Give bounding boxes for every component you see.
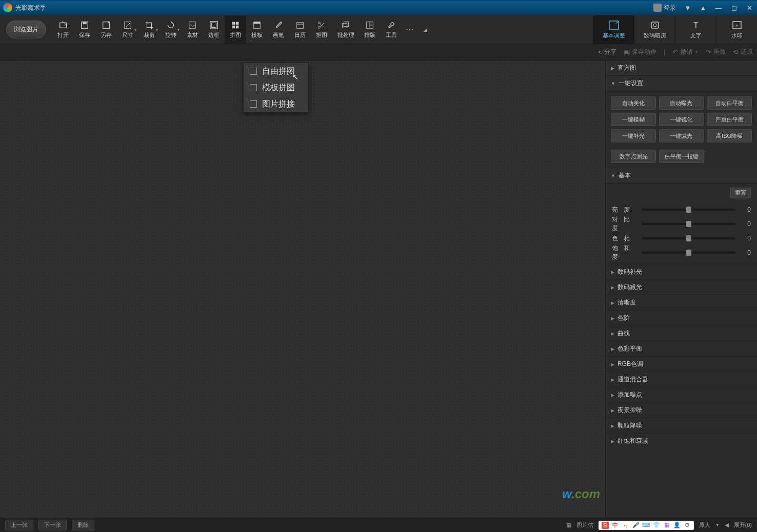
slider-thumb-2[interactable]	[686, 235, 691, 241]
tool-calendar[interactable]: 日历	[289, 15, 311, 44]
tool-crop[interactable]: 裁剪▼	[138, 15, 160, 44]
rtab-0[interactable]: 基本调整	[593, 15, 634, 44]
slider-row-0: 亮 度0	[612, 202, 751, 217]
slider-track-2[interactable]	[642, 237, 735, 239]
preset-7[interactable]: 一键减光	[659, 129, 704, 142]
preset-1[interactable]: 自动曝光	[659, 96, 704, 110]
rtab-3[interactable]: +水印	[716, 15, 757, 44]
tool-material[interactable]: 素材	[182, 15, 203, 44]
collapse-1[interactable]: ▶数码减光	[606, 279, 757, 295]
ime-keyboard-icon: ⌨	[643, 522, 650, 529]
slider-thumb-0[interactable]	[686, 207, 691, 213]
ime-grid-icon: ▦	[663, 522, 670, 529]
login-button[interactable]: 登录	[649, 4, 680, 12]
titlebar-down-button[interactable]: ▼	[680, 0, 695, 15]
tool-size[interactable]: 尺寸▼	[117, 15, 138, 44]
image-info-label[interactable]: 图片信	[576, 521, 593, 529]
close-button[interactable]: ✕	[742, 0, 757, 15]
tool-save[interactable]: 保存	[74, 15, 95, 44]
slider-track-3[interactable]	[642, 252, 735, 254]
collapse-5[interactable]: ▶色彩平衡	[606, 341, 757, 356]
preset-2[interactable]: 自动白平衡	[707, 96, 752, 110]
zoom-dropdown-icon[interactable]: ▼	[715, 523, 720, 527]
collapse-0[interactable]: ▶数码补光	[606, 264, 757, 279]
collapse-9[interactable]: ▶夜景抑噪	[606, 402, 757, 418]
preset-0[interactable]: 自动美化	[611, 96, 656, 110]
status-bar: 上一张 下一张 删除 ▦ 图片信 S 中 •, 🎤 ⌨ 👕 ▦ 👤 ⚙ 原大 ▼…	[0, 518, 757, 532]
collapse-4[interactable]: ▶曲线	[606, 325, 757, 341]
collapse-11[interactable]: ▶红饱和衰减	[606, 433, 757, 448]
tool-open[interactable]: 打开	[52, 15, 74, 44]
collapse-10[interactable]: ▶颗粒降噪	[606, 418, 757, 433]
caret-down-icon: ▼	[611, 173, 615, 178]
slider-val-2: 0	[740, 235, 751, 242]
next-image-button[interactable]: 下一张	[38, 520, 67, 530]
slider-row-2: 色 相0	[612, 231, 751, 245]
collapse-3[interactable]: ▶色阶	[606, 310, 757, 325]
save-action-button[interactable]: ▣保存动作	[624, 48, 656, 56]
dropdown-item-splice[interactable]: 图片拼接	[244, 96, 308, 112]
restore-button[interactable]: ⟲还原	[733, 48, 753, 56]
tool-batch[interactable]: 批处理	[332, 15, 359, 44]
tool-brush[interactable]: 画笔	[268, 15, 289, 44]
caret-right-icon: ▶	[611, 346, 614, 352]
dropdown-item-template[interactable]: 模板拼图	[244, 79, 308, 96]
expand-label[interactable]: 展开(0)	[734, 521, 752, 529]
caret-right-icon: ▶	[611, 423, 614, 428]
rtab-icon-0	[608, 20, 620, 30]
collapse-7[interactable]: ▶通道混合器	[606, 372, 757, 387]
slider-row-3: 饱 和 度0	[612, 245, 751, 260]
preset-5[interactable]: 严重白平衡	[707, 113, 752, 126]
reset-button[interactable]: 重置	[730, 188, 751, 198]
slider-thumb-1[interactable]	[686, 221, 691, 227]
tool-tools[interactable]: 工具	[381, 15, 402, 44]
tool-cutout[interactable]: 抠图	[311, 15, 332, 44]
tool-frame[interactable]: 边框	[203, 15, 225, 44]
collapse-8[interactable]: ▶添加噪点	[606, 387, 757, 402]
collapse-2[interactable]: ▶清晰度	[606, 295, 757, 310]
frame-icon	[209, 21, 218, 30]
rtab-1[interactable]: 数码暗房	[634, 15, 675, 44]
preset2-0[interactable]: 数字点测光	[611, 150, 656, 163]
oneclick-header[interactable]: ▼一键设置	[606, 76, 757, 91]
redo-button[interactable]: ↷重做	[706, 48, 726, 56]
preset-4[interactable]: 一键锐化	[659, 113, 704, 126]
ime-toolbar[interactable]: S 中 •, 🎤 ⌨ 👕 ▦ 👤 ⚙	[599, 521, 694, 530]
titlebar-up-button[interactable]: ▲	[695, 0, 711, 15]
zoom-label[interactable]: 原大	[699, 521, 710, 529]
tool-template[interactable]: 模板	[246, 15, 268, 44]
rtab-2[interactable]: T文字	[675, 15, 716, 44]
tool-saveas[interactable]: 另存	[95, 15, 117, 44]
svg-text:+: +	[735, 23, 738, 28]
preset2-1[interactable]: 白平衡一指键	[659, 150, 704, 163]
svg-rect-0	[60, 23, 67, 28]
slider-thumb-3[interactable]	[686, 250, 691, 256]
collage-icon	[231, 21, 240, 30]
collapse-6[interactable]: ▶RGB色调	[606, 356, 757, 372]
tool-rotate[interactable]: 旋转▼	[160, 15, 182, 44]
preset-8[interactable]: 高ISO降噪	[707, 129, 752, 142]
share-button[interactable]: <分享	[598, 48, 616, 56]
toolbar-expand-icon[interactable]: ◢	[417, 15, 433, 44]
caret-right-icon: ▶	[611, 66, 614, 71]
undo-button[interactable]: ↶撤销▼	[672, 48, 699, 56]
slider-track-0[interactable]	[642, 209, 735, 211]
caret-right-icon: ▶	[611, 377, 614, 382]
preset-3[interactable]: 一键模糊	[611, 113, 656, 126]
histogram-header[interactable]: ▶直方图	[606, 60, 757, 76]
canvas-area[interactable]: 自由拼图模板拼图图片拼接 ↖ w.com	[0, 60, 605, 518]
main-area: 自由拼图模板拼图图片拼接 ↖ w.com ▶直方图 ▼一键设置 自动美化自动曝光…	[0, 60, 757, 518]
dropdown-item-free[interactable]: 自由拼图	[244, 63, 308, 79]
tool-collage[interactable]: 拼图	[225, 15, 246, 44]
minimize-button[interactable]: —	[711, 0, 726, 15]
preset-6[interactable]: 一键补光	[611, 129, 656, 142]
ime-logo-icon: S	[602, 522, 609, 529]
prev-image-button[interactable]: 上一张	[5, 520, 33, 530]
browse-images-button[interactable]: 浏览图片	[6, 21, 46, 38]
maximize-button[interactable]: ◻	[726, 0, 742, 15]
tool-layout[interactable]: 排版	[359, 15, 381, 44]
basic-header[interactable]: ▼基本	[606, 168, 757, 183]
slider-track-1[interactable]	[642, 223, 735, 225]
delete-button[interactable]: 删除	[72, 520, 94, 530]
toolbar-more-button[interactable]: ⋯	[402, 15, 417, 44]
